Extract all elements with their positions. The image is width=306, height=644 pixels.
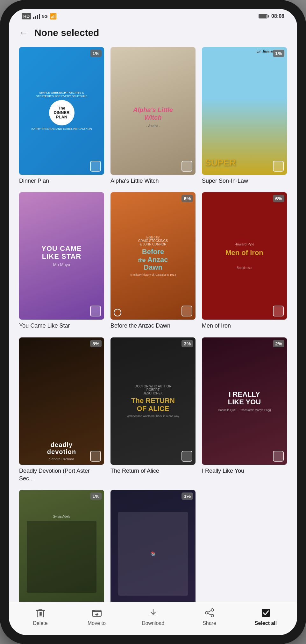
- nav-download[interactable]: Download: [140, 607, 166, 626]
- book-title: Before the Anzac Dawn: [110, 322, 196, 329]
- header: ← None selected: [9, 22, 297, 43]
- book-cover-wrapper: 📚 1%: [110, 490, 196, 602]
- book-title: I Really Like You: [202, 467, 287, 475]
- nav-download-label: Download: [142, 620, 164, 626]
- select-checkbox[interactable]: [90, 451, 101, 462]
- select-checkbox[interactable]: [181, 161, 192, 172]
- book-cover-wrapper: I REALLYLIKE YOU Gabrielle Que... · Tran…: [202, 337, 287, 465]
- hd-badge: HD: [22, 13, 31, 19]
- nav-select-all[interactable]: Select all: [253, 607, 279, 626]
- svg-point-11: [205, 612, 208, 614]
- signal-type: 5G: [42, 14, 47, 19]
- percent-badge: 2%: [273, 340, 284, 347]
- book-title: Alpha's Little Witch: [110, 177, 196, 185]
- nav-move-to[interactable]: Move to: [84, 607, 110, 626]
- select-checkbox[interactable]: [273, 306, 284, 316]
- status-right: 08:08: [259, 13, 284, 19]
- wifi-icon: 📶: [50, 13, 57, 20]
- checkbox-checked-icon: [260, 607, 272, 619]
- book-title: Men of Iron: [202, 322, 287, 329]
- svg-line-14: [208, 613, 211, 615]
- book-cover-wrapper: deadlydevotion Sandra Orchard 8%: [19, 337, 104, 465]
- page-title: None selected: [34, 27, 99, 38]
- folder-arrow-icon: [91, 607, 103, 619]
- percent-badge: 1%: [181, 492, 193, 500]
- percent-badge: 3%: [181, 340, 193, 347]
- percent-badge: 6%: [273, 195, 284, 202]
- list-item[interactable]: I REALLYLIKE YOU Gabrielle Que... · Tran…: [202, 337, 287, 482]
- nav-select-all-label: Select all: [255, 620, 277, 626]
- book-grid-content: SIMPLE WEEKNIGHT RECIPES &STRATEGIES FOR…: [9, 43, 297, 602]
- percent-badge: 8%: [90, 340, 102, 347]
- svg-point-12: [211, 614, 214, 617]
- nav-delete[interactable]: Delete: [28, 607, 53, 626]
- book-title: Super Son-In-Law: [202, 177, 287, 185]
- book-cover-wrapper: YOU CAMELIKE STAR Mu Muyu: [19, 192, 104, 320]
- download-icon: [147, 607, 159, 619]
- svg-line-13: [208, 611, 211, 612]
- book-cover-wrapper: DOCTOR WHO AUTHORROBERTJESCHONEK The RET…: [110, 337, 196, 465]
- list-item[interactable]: Sylvia Adely 1%: [19, 490, 104, 602]
- list-item[interactable]: Howard Pyle Men of Iron Booklassic 6% Me…: [202, 192, 287, 330]
- book-cover-wrapper: Sylvia Adely 1%: [19, 490, 104, 602]
- nav-share-label: Share: [203, 620, 216, 626]
- phone-screen: HD 5G 📶 08:08: [9, 9, 297, 635]
- list-item[interactable]: Edited byCRAIG STOCKINGS& JOHN CONNOR Be…: [110, 192, 196, 330]
- nav-delete-label: Delete: [33, 620, 47, 626]
- signal-icon: [33, 13, 40, 19]
- select-checkbox[interactable]: [181, 306, 192, 316]
- select-checkbox[interactable]: [90, 161, 101, 172]
- book-title: You Came Like Star: [19, 322, 104, 329]
- book-cover-wrapper: Alpha's LittleWitch - Azeht -: [110, 47, 196, 175]
- list-item[interactable]: DOCTOR WHO AUTHORROBERTJESCHONEK The RET…: [110, 337, 196, 482]
- select-checkbox[interactable]: [273, 451, 284, 462]
- percent-badge: 6%: [181, 195, 193, 202]
- book-cover-wrapper: Lin Jianjian SUPER Son-In-Law 1%: [202, 47, 287, 175]
- book-cover-wrapper: Howard Pyle Men of Iron Booklassic 6%: [202, 192, 287, 320]
- battery-icon: [259, 14, 269, 18]
- book-cover-wrapper: Edited byCRAIG STOCKINGS& JOHN CONNOR Be…: [110, 192, 196, 320]
- percent-badge: 1%: [273, 50, 284, 57]
- nav-move-label: Move to: [88, 620, 106, 626]
- svg-point-10: [211, 609, 214, 611]
- nav-share[interactable]: Share: [197, 607, 222, 626]
- books-grid: SIMPLE WEEKNIGHT RECIPES &STRATEGIES FOR…: [19, 47, 287, 602]
- list-item[interactable]: SIMPLE WEEKNIGHT RECIPES &STRATEGIES FOR…: [19, 47, 104, 185]
- book-title: Dinner Plan: [19, 177, 104, 185]
- select-checkbox[interactable]: [273, 161, 284, 172]
- list-item[interactable]: Alpha's LittleWitch - Azeht - Alpha's Li…: [110, 47, 196, 185]
- list-item[interactable]: Lin Jianjian SUPER Son-In-Law 1% Super S…: [202, 47, 287, 185]
- select-checkbox[interactable]: [181, 451, 192, 462]
- svg-rect-2: [39, 609, 42, 611]
- book-cover-wrapper: SIMPLE WEEKNIGHT RECIPES &STRATEGIES FOR…: [19, 47, 104, 175]
- list-item[interactable]: YOU CAMELIKE STAR Mu Muyu You Came Like …: [19, 192, 104, 330]
- select-checkbox[interactable]: [90, 306, 101, 316]
- book-title: Deadly Devotion (Port Aster Sec...: [19, 467, 104, 482]
- share-icon: [204, 607, 215, 619]
- bottom-nav: Delete Move to Download: [9, 602, 297, 635]
- status-bar: HD 5G 📶 08:08: [9, 9, 297, 22]
- back-button[interactable]: ←: [19, 28, 28, 38]
- trash-icon: [35, 607, 46, 619]
- status-left: HD 5G 📶: [22, 13, 57, 20]
- book-title: The Return of Alice: [110, 467, 196, 475]
- list-item[interactable]: deadlydevotion Sandra Orchard 8% Deadly …: [19, 337, 104, 482]
- percent-badge: 1%: [90, 50, 102, 57]
- percent-badge: 1%: [90, 492, 102, 500]
- list-item[interactable]: 📚 1%: [110, 490, 196, 602]
- clock: 08:08: [271, 13, 284, 19]
- phone-frame: HD 5G 📶 08:08: [0, 0, 306, 644]
